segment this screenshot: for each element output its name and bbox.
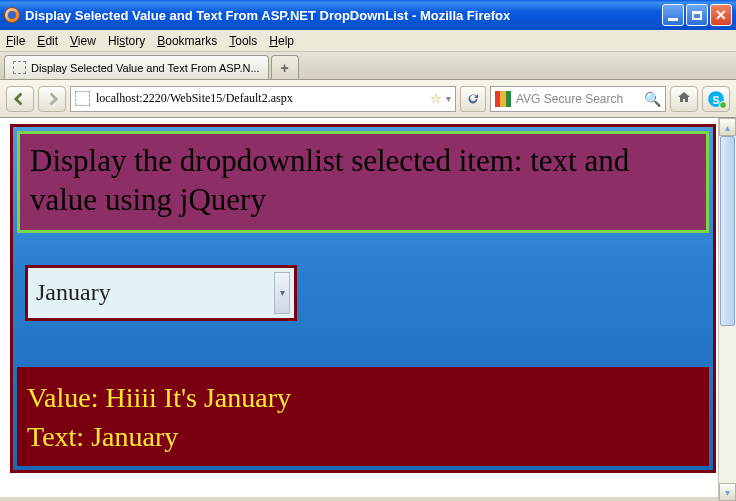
page-heading-box: Display the dropdownlist selected item: … — [17, 131, 709, 233]
new-tab-button[interactable]: + — [271, 55, 299, 79]
page-content: Display the dropdownlist selected item: … — [0, 118, 718, 501]
navigation-toolbar: ☆ ▾ AVG Secure Search 🔍 S — [0, 80, 736, 118]
menu-bar: File Edit View History Bookmarks Tools H… — [0, 30, 736, 52]
menu-history[interactable]: History — [108, 34, 145, 48]
minimize-button[interactable] — [662, 4, 684, 26]
menu-edit[interactable]: Edit — [37, 34, 58, 48]
url-dropdown-icon[interactable]: ▾ — [446, 93, 451, 104]
firefox-icon — [4, 7, 20, 23]
result-text-line: Text: January — [27, 417, 699, 456]
url-input[interactable] — [96, 91, 426, 106]
status-dot-icon — [719, 101, 727, 109]
address-bar[interactable]: ☆ ▾ — [70, 86, 456, 112]
skype-button[interactable]: S — [702, 86, 730, 112]
search-bar[interactable]: AVG Secure Search 🔍 — [490, 86, 666, 112]
scroll-track[interactable] — [719, 136, 736, 483]
month-dropdown[interactable]: January ▾ — [25, 265, 297, 321]
dropdown-arrow-button[interactable]: ▾ — [274, 272, 290, 314]
browser-viewport: Display the dropdownlist selected item: … — [0, 118, 736, 501]
result-box: Value: Hiiii It's January Text: January — [17, 367, 709, 466]
tab-active[interactable]: Display Selected Value and Text From ASP… — [4, 55, 269, 79]
window-titlebar: Display Selected Value and Text From ASP… — [0, 0, 736, 30]
reload-icon — [465, 91, 481, 107]
avg-icon — [495, 91, 511, 107]
menu-bookmarks[interactable]: Bookmarks — [157, 34, 217, 48]
result-value-line: Value: Hiiii It's January — [27, 378, 699, 417]
tab-label: Display Selected Value and Text From ASP… — [31, 62, 260, 74]
bottom-strip — [0, 497, 718, 501]
arrow-right-icon — [45, 92, 59, 106]
page-heading: Display the dropdownlist selected item: … — [30, 142, 696, 220]
vertical-scrollbar[interactable]: ▴ ▾ — [718, 118, 736, 501]
home-icon — [676, 89, 692, 108]
search-icon[interactable]: 🔍 — [644, 91, 661, 107]
bookmark-star-icon[interactable]: ☆ — [430, 91, 442, 106]
reload-button[interactable] — [460, 86, 486, 112]
search-placeholder: AVG Secure Search — [516, 92, 644, 106]
arrow-left-icon — [13, 92, 27, 106]
scroll-down-button[interactable]: ▾ — [719, 483, 736, 501]
chevron-down-icon: ▾ — [280, 287, 285, 298]
demo-panel: Display the dropdownlist selected item: … — [10, 124, 716, 473]
page-favicon-placeholder-icon — [13, 61, 26, 74]
maximize-button[interactable] — [686, 4, 708, 26]
home-button[interactable] — [670, 86, 698, 112]
menu-tools[interactable]: Tools — [229, 34, 257, 48]
menu-file[interactable]: File — [6, 34, 25, 48]
close-button[interactable]: ✕ — [710, 4, 732, 26]
dropdown-area: January ▾ — [13, 237, 713, 367]
scroll-thumb[interactable] — [720, 136, 735, 326]
forward-button[interactable] — [38, 86, 66, 112]
back-button[interactable] — [6, 86, 34, 112]
window-controls: ✕ — [662, 4, 732, 26]
menu-help[interactable]: Help — [269, 34, 294, 48]
scroll-up-button[interactable]: ▴ — [719, 118, 736, 136]
window-title: Display Selected Value and Text From ASP… — [25, 8, 662, 23]
dropdown-selected-text: January — [28, 279, 274, 306]
menu-view[interactable]: View — [70, 34, 96, 48]
tab-bar: Display Selected Value and Text From ASP… — [0, 52, 736, 80]
site-identity-icon — [75, 91, 90, 106]
